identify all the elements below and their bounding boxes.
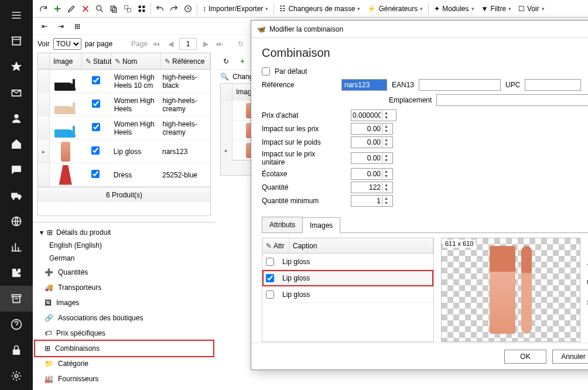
ean-input[interactable] bbox=[419, 79, 501, 91]
sidebar-item-fournisseurs[interactable]: 🏭Fournisseurs bbox=[35, 371, 213, 386]
expand-button[interactable]: ⇥ bbox=[54, 19, 68, 33]
image-list-row[interactable]: Lip gloss bbox=[262, 254, 433, 270]
image-checkbox[interactable] bbox=[266, 274, 274, 282]
view-dropdown[interactable]: ☐ Voir▾ bbox=[515, 2, 548, 16]
lock-icon[interactable] bbox=[0, 337, 33, 363]
grid-button[interactable] bbox=[135, 2, 149, 16]
sidebar-item-transporteurs[interactable]: 🚚Transporteurs bbox=[35, 280, 213, 295]
imglist-col-attr[interactable]: ✎Attr bbox=[262, 238, 289, 253]
perpage-select[interactable]: TOU bbox=[53, 38, 81, 50]
mass-change-dropdown[interactable]: ☷ Changeurs de masse▾ bbox=[276, 2, 364, 16]
step-down-icon[interactable]: ▼ bbox=[382, 187, 390, 192]
person-icon[interactable] bbox=[0, 105, 33, 131]
status-checkbox[interactable] bbox=[92, 100, 100, 108]
gear-icon[interactable] bbox=[0, 363, 33, 389]
copy-button[interactable] bbox=[107, 2, 121, 16]
step-up-icon[interactable]: ▲ bbox=[382, 124, 390, 129]
qty-input[interactable] bbox=[351, 182, 382, 193]
edit-button[interactable] bbox=[64, 2, 78, 16]
minqty-input[interactable] bbox=[351, 196, 382, 206]
sidebar-item-prix-spécifiques[interactable]: 🏷Prix spécifiques bbox=[35, 326, 213, 341]
first-page-button[interactable]: ⏮ bbox=[151, 40, 162, 48]
image-list-row[interactable]: Lip gloss bbox=[262, 270, 433, 286]
ecotax-field[interactable]: ▲▼ bbox=[351, 168, 393, 180]
step-up-icon[interactable]: ▲ bbox=[382, 138, 390, 142]
status-checkbox[interactable] bbox=[92, 123, 100, 131]
tab-images[interactable]: Images bbox=[302, 217, 340, 233]
ok-button[interactable]: OK bbox=[504, 350, 546, 364]
delete-button[interactable] bbox=[78, 2, 93, 16]
chart-icon[interactable] bbox=[0, 234, 33, 260]
sidebar-item-combinaisons[interactable]: ⊞Combinaisons bbox=[35, 341, 213, 356]
status-checkbox[interactable] bbox=[91, 170, 100, 178]
page-refresh-button[interactable]: ↻ bbox=[235, 40, 246, 48]
col-image[interactable]: Image bbox=[50, 53, 82, 69]
add-button[interactable] bbox=[50, 2, 64, 16]
page-input[interactable] bbox=[179, 38, 197, 50]
search-button[interactable] bbox=[93, 2, 107, 16]
image-list-row[interactable]: Lip gloss bbox=[262, 286, 433, 303]
chat-icon[interactable] bbox=[0, 157, 33, 183]
lang-german[interactable]: German bbox=[35, 252, 213, 265]
step-up-icon[interactable]: ▲ bbox=[382, 169, 390, 174]
collapse-button[interactable]: ⇤ bbox=[37, 19, 52, 33]
sidebar-item-quantités[interactable]: ➕Quantités bbox=[35, 265, 213, 280]
next-page-button[interactable]: ▶ bbox=[200, 40, 211, 48]
sidebar-item-associations-des-boutiques[interactable]: 🔗Associations des boutiques bbox=[35, 310, 213, 326]
last-page-button[interactable]: ⏭ bbox=[214, 40, 225, 48]
step-down-icon[interactable]: ▼ bbox=[382, 174, 390, 179]
step-up-icon[interactable]: ▲ bbox=[382, 196, 390, 201]
lang-english[interactable]: English (English) bbox=[35, 239, 213, 252]
columns-button[interactable]: ⊞ bbox=[70, 19, 84, 33]
puzzle-icon[interactable] bbox=[0, 260, 33, 286]
table-row[interactable]: Women High Heels 10 cm high-heels-black bbox=[38, 70, 210, 93]
home-icon[interactable] bbox=[0, 131, 33, 157]
step-up-icon[interactable]: ▲ bbox=[382, 111, 390, 115]
col-reference[interactable]: ✎Référence bbox=[161, 53, 210, 69]
import-export-dropdown[interactable]: ↕ Importer/Exporter▾ bbox=[199, 2, 272, 16]
table-row[interactable]: Women High Heels high-heels-creamy bbox=[38, 117, 210, 140]
sidebar-item-images[interactable]: 🖼Images bbox=[35, 295, 213, 310]
detail-header[interactable]: ▾ ⊞ Détails du produit bbox=[35, 226, 213, 239]
step-down-icon[interactable]: ▼ bbox=[382, 201, 390, 206]
col-status[interactable]: ✎Statut bbox=[82, 53, 111, 69]
step-down-icon[interactable]: ▼ bbox=[382, 129, 390, 134]
store-icon[interactable] bbox=[0, 28, 33, 54]
help-icon[interactable] bbox=[0, 312, 33, 337]
reference-input[interactable] bbox=[341, 79, 387, 91]
prev-page-button[interactable]: ◀ bbox=[165, 40, 176, 48]
filter-dropdown[interactable]: ▼ Filtre▾ bbox=[478, 2, 515, 16]
minqty-field[interactable]: ▲▼ bbox=[351, 195, 393, 207]
menu-icon[interactable] bbox=[0, 2, 33, 28]
archive-icon[interactable] bbox=[0, 286, 33, 312]
purchase-field[interactable]: ▲▼ bbox=[351, 110, 396, 121]
modules-dropdown[interactable]: ✦ Modules▾ bbox=[430, 2, 477, 16]
detail-refresh-button[interactable]: ↻ bbox=[219, 54, 233, 69]
sidebar-item-catégorie[interactable]: 📁Catégorie bbox=[35, 356, 213, 371]
unitimpact-input[interactable] bbox=[351, 153, 382, 163]
step-down-icon[interactable]: ▼ bbox=[382, 142, 390, 147]
step-down-icon[interactable]: ▼ bbox=[382, 158, 390, 163]
truck-icon[interactable] bbox=[0, 183, 33, 208]
table-row[interactable]: ▸ Lip gloss nars123 bbox=[38, 140, 210, 163]
globe-icon[interactable] bbox=[0, 208, 33, 234]
step-up-icon[interactable]: ▲ bbox=[382, 153, 390, 158]
cancel-button[interactable]: Annuler bbox=[552, 350, 588, 364]
star-icon[interactable] bbox=[0, 54, 33, 80]
detail-add-button[interactable]: ＋ bbox=[235, 54, 249, 69]
duplicate-button[interactable] bbox=[121, 2, 135, 16]
imglist-col-caption[interactable]: Caption bbox=[289, 238, 433, 253]
step-up-icon[interactable]: ▲ bbox=[382, 183, 390, 187]
undo-button[interactable] bbox=[153, 2, 167, 16]
priceimpact-input[interactable] bbox=[351, 124, 382, 134]
redo-button[interactable] bbox=[167, 2, 181, 16]
location-input[interactable] bbox=[436, 94, 588, 106]
refresh-button[interactable] bbox=[36, 2, 50, 16]
status-checkbox[interactable] bbox=[91, 146, 100, 155]
table-row[interactable]: Dress 25252-blue bbox=[38, 163, 210, 187]
step-down-icon[interactable]: ▼ bbox=[382, 115, 390, 120]
unitimpact-field[interactable]: ▲▼ bbox=[351, 152, 393, 164]
col-name[interactable]: ✎Nom bbox=[111, 53, 161, 69]
tab-attributes[interactable]: Attributs bbox=[262, 217, 303, 232]
priceimpact-field[interactable]: ▲▼ bbox=[351, 123, 393, 135]
